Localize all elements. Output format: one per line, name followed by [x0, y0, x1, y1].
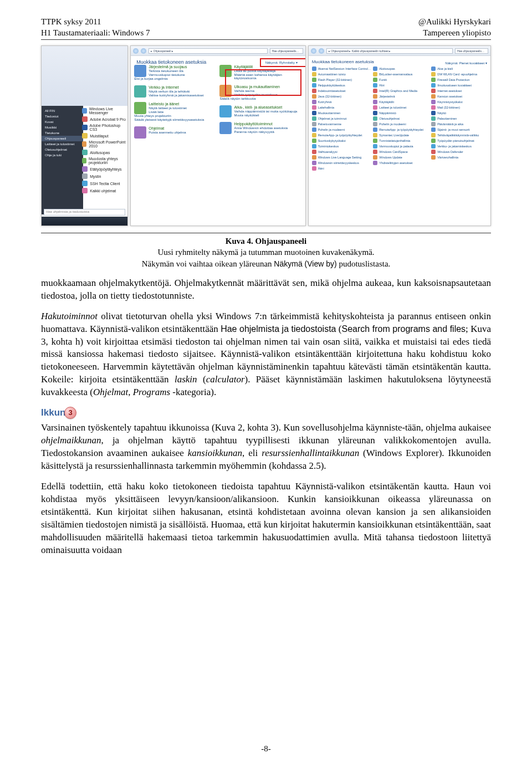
- control-panel-item[interactable]: Internet-asetukset: [431, 89, 487, 93]
- start-menu-item[interactable]: Microsoft PowerPoint 2010: [82, 140, 126, 148]
- control-panel-item[interactable]: Käyttäjätilit: [373, 100, 429, 104]
- control-panel-category[interactable]: HelppokäyttötoiminnotAnna Windowsin ehdo…: [219, 122, 301, 134]
- control-panel-item[interactable]: Kansion asetukset: [431, 94, 487, 99]
- category-title[interactable]: Aika-, kieli- ja alueasetukset: [219, 105, 301, 109]
- control-panel-item[interactable]: Automaattinen toisto: [312, 72, 371, 76]
- control-panel-item[interactable]: Oletusohjelmat: [373, 116, 429, 121]
- category-link[interactable]: Vaihda työpöydän taustakuva: [219, 93, 301, 96]
- category-link[interactable]: Valitse kotiryhmä ja jakamisasetukset: [134, 94, 216, 97]
- control-panel-item[interactable]: Suorituskykytyökalut: [312, 139, 371, 143]
- start-menu-item[interactable]: Aloitusopas: [82, 150, 126, 155]
- control-panel-item[interactable]: Väriverohallinta: [431, 155, 487, 160]
- control-panel-category[interactable]: Ulkoasu ja mukauttaminenVaihda teemaVaih…: [219, 85, 301, 101]
- control-panel-item[interactable]: Alue ja kieli: [431, 66, 487, 71]
- control-panel-item[interactable]: Yhdisteliittyjen asetukset: [373, 161, 429, 165]
- search-input[interactable]: Hae ohjauspaneelis…: [270, 48, 303, 54]
- category-link[interactable]: Säädä yleisesti käytettyjä siirrettävyys…: [134, 118, 216, 121]
- control-panel-item[interactable]: BitLocker-asemansalaus: [373, 72, 429, 76]
- control-panel-category[interactable]: Verkko ja InternetNäytä verkon tila ja t…: [134, 85, 216, 98]
- search-input[interactable]: Hae ohjauspaneelis…: [455, 48, 488, 54]
- control-panel-item[interactable]: Toimintokeskus: [312, 144, 371, 149]
- start-menu-item[interactable]: Windows Live Messenger: [82, 107, 126, 115]
- control-panel-item[interactable]: Windows Live Language Setting: [312, 155, 371, 160]
- control-panel-item[interactable]: Hiiri: [373, 83, 429, 88]
- control-panel-item[interactable]: Näppäimistö: [373, 111, 429, 115]
- category-link[interactable]: Vaihda näppäimistöä tai muita syöttötapo…: [219, 110, 301, 113]
- start-menu-item[interactable]: SSH Tectia Client: [82, 181, 126, 186]
- start-menu-item[interactable]: Mystin: [82, 173, 126, 179]
- control-panel-item[interactable]: Java (32-bittinen): [312, 94, 371, 99]
- start-side-item[interactable]: Tiedostot: [42, 114, 83, 119]
- control-panel-item[interactable]: Helppokäyttökeskus: [312, 83, 371, 88]
- control-panel-item[interactable]: RemoteApp- ja työpöytäyhteydet: [312, 133, 371, 137]
- category-link[interactable]: Lisää laite: [134, 110, 216, 114]
- control-panel-category[interactable]: OhjelmatPoista asennettu ohjelma: [134, 126, 216, 139]
- control-panel-item[interactable]: Windows Defender: [431, 150, 487, 154]
- control-panel-item[interactable]: Ohjelmat ja toiminnot: [312, 116, 371, 121]
- category-link[interactable]: Muuta näyttökieli: [219, 114, 301, 117]
- category-link[interactable]: Näytä laitteet ja tulostimet: [134, 106, 216, 110]
- nav-fwd-icon[interactable]: [319, 48, 324, 54]
- category-link[interactable]: Määritä eeen kahansa käyttäjien käytönva…: [219, 73, 301, 80]
- start-menu-item[interactable]: Etätyöpöytäyhteys: [82, 166, 126, 172]
- start-menu-item[interactable]: Adobe Acrobat 9 Pro: [82, 116, 126, 122]
- control-panel-item[interactable]: Akamai NetSession Interface Control…: [312, 66, 371, 71]
- category-title[interactable]: Helppokäyttötoiminnot: [219, 122, 301, 126]
- control-panel-item[interactable]: Muokauttaminen: [312, 111, 371, 115]
- control-panel-item[interactable]: Päivämäärä ja aika: [431, 122, 487, 126]
- category-link[interactable]: Poista asennettu ohjelma: [134, 131, 216, 134]
- view-by-dropdown[interactable]: Näkymä: Ryhmitelty ▾: [263, 60, 300, 65]
- category-link[interactable]: Tarkista tietokoneen tila: [134, 69, 216, 73]
- category-link[interactable]: Lisää tai poista käyttäjätilejä: [219, 69, 301, 73]
- category-link[interactable]: Näytä verkon tila ja tehtävät: [134, 90, 216, 93]
- control-panel-item[interactable]: Sijainti- ja muut sensorit: [431, 127, 487, 132]
- control-panel-item[interactable]: Puhelin ja modeemi: [373, 122, 429, 126]
- control-panel-item[interactable]: DW WLAN Card -apuohjelma: [431, 72, 487, 76]
- control-panel-item[interactable]: Tunnistetietojenhallinta: [373, 139, 429, 143]
- control-panel-item[interactable]: Windows CardSpace: [373, 150, 429, 154]
- control-panel-item[interactable]: Näyttö: [431, 111, 487, 115]
- control-panel-item[interactable]: Järjestelmä: [373, 94, 429, 99]
- control-panel-item[interactable]: Windows Update: [373, 155, 429, 160]
- control-panel-item[interactable]: Vaihtoanalyysi: [312, 150, 371, 154]
- start-side-item[interactable]: Tietokone: [42, 130, 83, 136]
- control-panel-item[interactable]: Mail (32-bittinen): [431, 105, 487, 110]
- control-panel-item[interactable]: Firewall Data Protection: [431, 78, 487, 82]
- control-panel-item[interactable]: Kotiryhmä: [312, 100, 371, 104]
- address-bar[interactable]: ▸ Ohjauspaneeli ▸: [149, 48, 267, 54]
- control-panel-item[interactable]: Symantec LiveUpdate: [373, 133, 429, 137]
- category-title[interactable]: Ulkoasu ja mukauttaminen: [219, 85, 301, 89]
- category-link[interactable]: Etsi ja korjaa ongelmia: [134, 77, 216, 80]
- start-menu-item[interactable]: Kaikki ohjelmat: [82, 188, 126, 193]
- control-panel-item[interactable]: Fontit: [373, 78, 429, 82]
- start-side-item[interactable]: Kuvat: [42, 119, 83, 125]
- control-panel-item[interactable]: RemoteApp- ja työpöytäyhteydet: [373, 127, 429, 132]
- control-panel-item[interactable]: Ilmoitusalueen kuvakkeet: [431, 83, 487, 88]
- control-panel-item[interactable]: Aloitusopas: [373, 66, 429, 71]
- start-side-item[interactable]: Oletusohjelmat: [42, 147, 83, 152]
- category-link[interactable]: Paranna näytön näkyvyyttä: [219, 130, 301, 134]
- start-search-input[interactable]: Hae ohjelmista ja tiedostoista: [44, 209, 125, 216]
- control-panel-item[interactable]: Työpöydän pienoisohjelmat: [431, 139, 487, 143]
- nav-back-icon[interactable]: [133, 48, 139, 54]
- category-link[interactable]: Säädä näytön tarkkuutta: [219, 97, 301, 100]
- start-side-item[interactable]: Musiikki: [42, 125, 83, 130]
- control-panel-item[interactable]: Laitteet ja tulostimet: [373, 105, 429, 110]
- start-side-item[interactable]: Laitteet ja tulostimet: [42, 141, 83, 147]
- control-panel-item[interactable]: Intel(R) Graphics and Media: [373, 89, 429, 93]
- control-panel-category[interactable]: Järjestelmä ja suojausTarkista tietokone…: [134, 65, 216, 81]
- control-panel-item[interactable]: Varmuuskopioi ja palauta: [373, 144, 429, 149]
- category-title[interactable]: Järjestelmä ja suojaus: [134, 65, 216, 69]
- control-panel-category[interactable]: KäyttäjätilitLisää tai poista käyttäjäti…: [219, 65, 301, 80]
- control-panel-item[interactable]: Verkko- ja jakamiskeskus: [431, 144, 487, 149]
- category-link[interactable]: Muuta yhteys projektoriin: [134, 114, 216, 117]
- control-panel-item[interactable]: Windowsin siirrettävyyskeskus: [312, 161, 371, 165]
- start-menu-item[interactable]: Muistilaput: [82, 133, 126, 139]
- control-panel-item[interactable]: Indeksointiasetukset: [312, 89, 371, 93]
- category-title[interactable]: Ohjelmat: [134, 126, 216, 130]
- address-bar[interactable]: ▸ Ohjauspaneeli ▸ Kaikki ohjauspaneelin …: [326, 48, 453, 54]
- category-title[interactable]: Verkko ja Internet: [134, 85, 216, 89]
- control-panel-item[interactable]: Ääni: [312, 166, 371, 171]
- category-link[interactable]: Anna Windowsin ehdottaa asetuksia: [219, 126, 301, 130]
- start-side-item[interactable]: Ohjauspaneeli: [42, 136, 83, 141]
